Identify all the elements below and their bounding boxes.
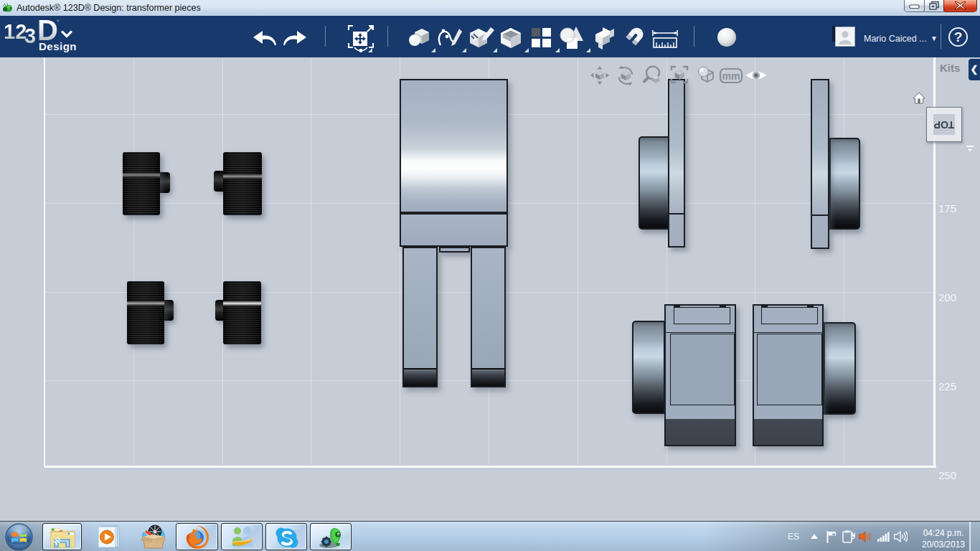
svg-text:mm: mm <box>722 70 740 82</box>
